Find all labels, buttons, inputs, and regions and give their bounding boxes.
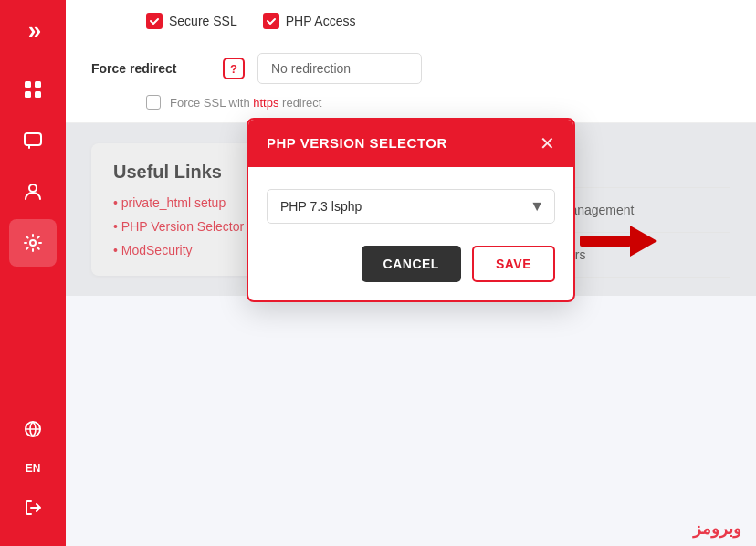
modal-actions: CANCEL SAVE [267, 246, 555, 282]
check-icon-2 [266, 16, 277, 26]
sidebar-item-apps[interactable] [9, 66, 57, 113]
cancel-button[interactable]: CANCEL [362, 246, 461, 282]
svg-rect-2 [25, 91, 31, 98]
php-access-checkbox[interactable]: PHP Access [263, 13, 356, 29]
svg-rect-4 [25, 133, 41, 145]
check-icon [149, 16, 160, 26]
modal-body: PHP 7.3 lsphp PHP 7.4 lsphp PHP 8.0 lsph… [248, 167, 573, 300]
content-area: Useful Links private_html setup PHP Vers… [66, 123, 756, 296]
sidebar-bottom: EN [9, 404, 57, 533]
force-ssl-label: Force SSL with https redirect [170, 96, 321, 110]
logout-icon [23, 498, 43, 518]
force-ssl-checkbox[interactable] [146, 95, 161, 110]
svg-rect-3 [35, 91, 41, 98]
php-select-wrapper: PHP 7.3 lsphp PHP 7.4 lsphp PHP 8.0 lsph… [267, 189, 555, 224]
secure-ssl-checkbox[interactable]: Secure SSL [146, 13, 237, 29]
user-icon [23, 182, 43, 202]
sidebar-lang-label[interactable]: EN [26, 462, 41, 475]
svg-point-5 [29, 184, 37, 192]
sidebar-logo[interactable]: » [16, 13, 50, 47]
gear-icon [23, 233, 43, 253]
modal-header: PHP VERSION SELECTOR ✕ [248, 120, 573, 167]
secure-ssl-check [146, 13, 163, 29]
force-redirect-row: Force redirect ? No redirection [91, 42, 730, 95]
force-redirect-help-icon[interactable]: ? [223, 58, 245, 79]
svg-rect-0 [25, 81, 31, 88]
modal-title: PHP VERSION SELECTOR [267, 135, 447, 151]
php-version-modal: PHP VERSION SELECTOR ✕ PHP 7.3 lsphp PHP… [247, 118, 575, 302]
no-redirection-select[interactable]: No redirection [257, 53, 422, 84]
php-access-check [263, 13, 279, 29]
force-redirect-label: Force redirect [91, 61, 210, 76]
checkboxes-row: Secure SSL PHP Access [91, 13, 730, 42]
sidebar-item-logout[interactable] [9, 484, 57, 531]
modal-overlay: PHP VERSION SELECTOR ✕ PHP 7.3 lsphp PHP… [66, 123, 756, 296]
apps-icon [23, 79, 43, 100]
svg-rect-12 [580, 236, 631, 247]
chat-icon [23, 131, 43, 151]
watermark: وبرومز [693, 519, 741, 539]
modal-container: PHP VERSION SELECTOR ✕ PHP 7.3 lsphp PHP… [247, 118, 575, 302]
top-section: Secure SSL PHP Access Force redirect ? N… [66, 0, 756, 123]
secure-ssl-label: Secure SSL [169, 14, 237, 28]
save-button[interactable]: SAVE [472, 246, 555, 282]
logo-chevrons: » [28, 16, 37, 45]
modal-close-button[interactable]: ✕ [540, 134, 555, 152]
php-access-label: PHP Access [286, 14, 356, 28]
globe-icon [23, 419, 43, 439]
sidebar-item-globe[interactable] [9, 405, 57, 453]
https-text: https [253, 96, 278, 110]
svg-marker-11 [630, 226, 657, 257]
svg-point-6 [30, 240, 36, 246]
arrow-svg [580, 224, 657, 258]
php-version-select[interactable]: PHP 7.3 lsphp PHP 7.4 lsphp PHP 8.0 lsph… [267, 189, 555, 224]
sidebar: » EN [0, 0, 66, 546]
sidebar-item-chat[interactable] [9, 117, 57, 164]
arrow-indicator [580, 224, 657, 262]
main-content: Secure SSL PHP Access Force redirect ? N… [66, 0, 756, 546]
svg-rect-1 [35, 81, 41, 88]
sidebar-item-user[interactable] [9, 168, 57, 215]
sidebar-item-settings[interactable] [9, 219, 57, 267]
